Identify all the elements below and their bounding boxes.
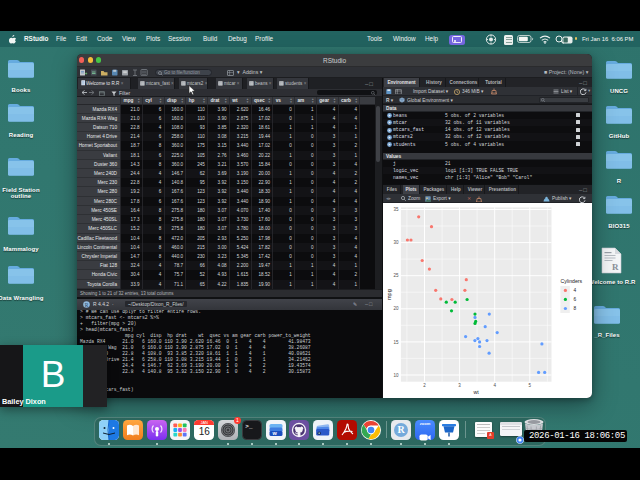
svg-text:3: 3 <box>458 383 461 388</box>
svg-text:30: 30 <box>393 240 399 245</box>
svg-text:R: R <box>397 424 405 435</box>
svg-text:4: 4 <box>573 288 576 293</box>
svg-text:5: 5 <box>529 383 532 388</box>
svg-text:15: 15 <box>393 340 399 345</box>
svg-text:Cylinders: Cylinders <box>561 278 583 284</box>
svg-text:2: 2 <box>423 383 426 388</box>
svg-text:R: R <box>612 262 619 272</box>
svg-text:w: w <box>271 430 277 436</box>
svg-text:35: 35 <box>393 207 399 212</box>
svg-text:25: 25 <box>393 273 399 278</box>
svg-text:20: 20 <box>393 306 399 311</box>
svg-text:mpg: mpg <box>386 289 392 300</box>
svg-text:6: 6 <box>573 297 576 302</box>
svg-text:10: 10 <box>393 373 399 378</box>
svg-text:4: 4 <box>493 383 496 388</box>
svg-text:wt: wt <box>474 389 480 395</box>
svg-text:R: R <box>85 302 89 308</box>
svg-text:8: 8 <box>573 306 576 311</box>
